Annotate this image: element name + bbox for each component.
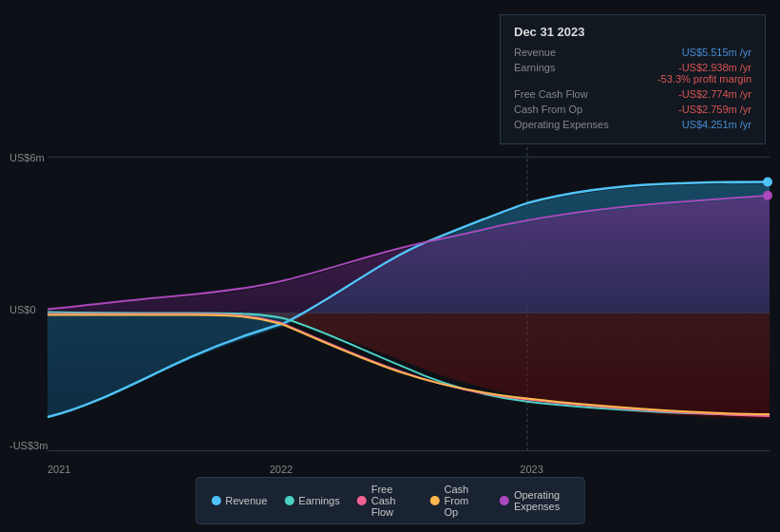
legend-label-revenue: Revenue: [225, 495, 267, 506]
tooltip-opex-value: US$4.251m /yr: [682, 119, 751, 130]
legend-item-fcf[interactable]: Free Cash Flow: [357, 484, 413, 518]
tooltip-cashop-value: -US$2.759m /yr: [678, 104, 751, 115]
tooltip-opex-label: Operating Expenses: [514, 119, 618, 130]
legend-label-cashop: Cash From Op: [445, 484, 483, 518]
tooltip-revenue-row: Revenue US$5.515m /yr: [514, 47, 751, 58]
tooltip-earnings-label: Earnings: [514, 62, 618, 73]
legend-dot-fcf: [357, 496, 367, 505]
legend-dot-earnings: [284, 496, 294, 505]
opex-dot: [763, 191, 772, 200]
tooltip-revenue-label: Revenue: [514, 47, 618, 58]
legend-item-cashop[interactable]: Cash From Op: [430, 484, 483, 518]
chart-svg: [0, 147, 780, 480]
chart-legend: Revenue Earnings Free Cash Flow Cash Fro…: [195, 477, 585, 524]
legend-item-opex[interactable]: Operating Expenses: [500, 489, 569, 512]
chart-area: US$6m US$0 -US$3m: [0, 147, 780, 480]
data-tooltip: Dec 31 2023 Revenue US$5.515m /yr Earnin…: [500, 14, 766, 144]
tooltip-title: Dec 31 2023: [514, 25, 751, 39]
legend-label-opex: Operating Expenses: [514, 489, 569, 512]
tooltip-cashop-label: Cash From Op: [514, 104, 618, 115]
x-label-2022: 2022: [270, 464, 293, 475]
legend-label-earnings: Earnings: [298, 495, 339, 506]
tooltip-earnings-value: -US$2.938m /yr -53.3% profit margin: [657, 62, 751, 85]
tooltip-fcf-value: -US$2.774m /yr: [678, 88, 751, 100]
x-label-2023: 2023: [520, 464, 542, 475]
tooltip-cashop-row: Cash From Op -US$2.759m /yr: [514, 104, 751, 115]
legend-item-revenue[interactable]: Revenue: [211, 495, 267, 506]
tooltip-fcf-label: Free Cash Flow: [514, 88, 618, 100]
legend-item-earnings[interactable]: Earnings: [284, 495, 339, 506]
profit-margin-label: -53.3% profit margin: [657, 73, 751, 85]
legend-label-fcf: Free Cash Flow: [371, 484, 413, 518]
tooltip-opex-row: Operating Expenses US$4.251m /yr: [514, 119, 751, 130]
tooltip-revenue-value: US$5.515m /yr: [682, 47, 751, 58]
legend-dot-opex: [500, 496, 509, 505]
legend-dot-revenue: [211, 496, 220, 505]
opex-area: [48, 198, 770, 314]
tooltip-fcf-row: Free Cash Flow -US$2.774m /yr: [514, 88, 751, 100]
legend-dot-cashop: [430, 496, 440, 505]
x-label-2021: 2021: [48, 464, 70, 475]
revenue-dot: [763, 177, 772, 186]
tooltip-earnings-row: Earnings -US$2.938m /yr -53.3% profit ma…: [514, 62, 751, 85]
